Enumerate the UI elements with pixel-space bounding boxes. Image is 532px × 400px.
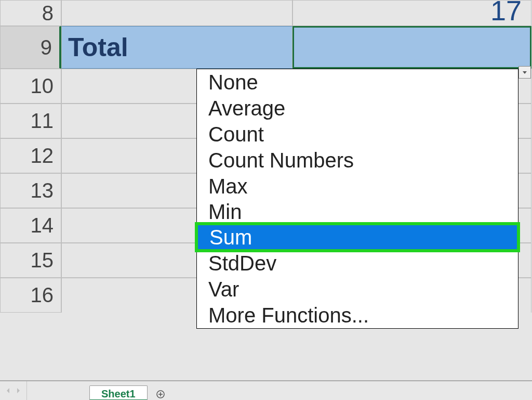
dropdown-item-label: StdDev: [208, 252, 276, 275]
row-8: 8 17: [0, 0, 532, 26]
row-number: 16: [31, 283, 54, 307]
row-number: 13: [31, 179, 54, 202]
row-number: 9: [41, 36, 52, 59]
cell-c8[interactable]: 17: [292, 0, 531, 26]
chevron-left-icon: [6, 388, 10, 394]
cell-b9-total[interactable]: Total: [61, 26, 292, 69]
sheet-tab-bar: Sheet1: [0, 380, 532, 400]
sheet-tab-sheet1[interactable]: Sheet1: [89, 385, 148, 400]
dropdown-item-label: None: [208, 71, 258, 94]
cell-c8-value: 17: [490, 0, 522, 27]
dropdown-item-label: Min: [208, 200, 242, 224]
row-number: 11: [31, 109, 54, 133]
dropdown-item-count[interactable]: Count: [197, 121, 518, 147]
dropdown-item-stddev[interactable]: StdDev: [197, 250, 518, 276]
sheet-tab-label: Sheet1: [101, 388, 136, 399]
total-label: Total: [68, 32, 128, 62]
row-header-13[interactable]: 13: [0, 173, 61, 208]
dropdown-item-label: Count Numbers: [208, 149, 354, 172]
dropdown-item-label: Var: [208, 278, 239, 301]
svg-marker-0: [523, 71, 527, 74]
row-header-10[interactable]: 10: [0, 69, 61, 104]
row-header-9[interactable]: 9: [0, 26, 61, 69]
svg-marker-1: [7, 388, 9, 393]
row-number: 15: [31, 249, 54, 272]
row-header-16[interactable]: 16: [0, 278, 61, 313]
cell-c9-active[interactable]: [292, 26, 531, 69]
row-number: 14: [31, 214, 54, 237]
dropdown-item-sum[interactable]: Sum: [197, 224, 518, 250]
dropdown-item-count-numbers[interactable]: Count Numbers: [197, 147, 518, 173]
total-function-dropdown-button[interactable]: [518, 66, 531, 79]
row-number: 8: [42, 2, 54, 25]
dropdown-item-label: Average: [208, 97, 285, 120]
dropdown-item-label: Max: [208, 175, 248, 198]
dropdown-item-more-functions[interactable]: More Functions...: [197, 302, 518, 328]
total-function-dropdown-menu[interactable]: None Average Count Count Numbers Max Min…: [196, 69, 518, 329]
row-header-11[interactable]: 11: [0, 104, 61, 138]
row-number: 10: [31, 74, 54, 98]
svg-marker-2: [17, 388, 20, 393]
row-header-12[interactable]: 12: [0, 138, 61, 173]
row-header-14[interactable]: 14: [0, 208, 61, 243]
dropdown-item-max[interactable]: Max: [197, 173, 518, 199]
dropdown-item-average[interactable]: Average: [197, 95, 518, 121]
dropdown-item-label: Sum: [209, 226, 252, 249]
row-9: 9 Total: [0, 26, 532, 69]
dropdown-item-label: Count: [208, 123, 264, 146]
row-header-8[interactable]: 8: [0, 0, 61, 26]
sheet-nav-buttons[interactable]: [0, 381, 27, 400]
dropdown-item-var[interactable]: Var: [197, 276, 518, 302]
cell-b8[interactable]: [61, 0, 292, 26]
chevron-right-icon: [16, 388, 20, 394]
chevron-down-icon: [522, 70, 527, 75]
row-number: 12: [31, 144, 54, 167]
plus-circle-icon: [156, 390, 165, 399]
dropdown-item-label: More Functions...: [208, 304, 369, 327]
row-header-15[interactable]: 15: [0, 243, 61, 278]
dropdown-item-min[interactable]: Min: [197, 199, 518, 224]
dropdown-item-none[interactable]: None: [197, 69, 518, 95]
add-sheet-button[interactable]: [152, 386, 169, 400]
